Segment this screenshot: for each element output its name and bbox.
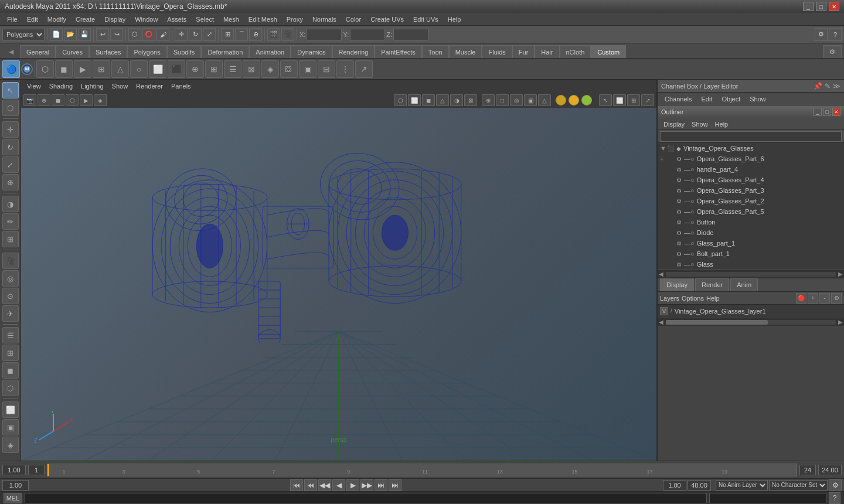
vp-select-1[interactable]: ⬡ [394, 94, 407, 106]
shelf-tab-fur[interactable]: Fur [512, 45, 535, 58]
shelf-tab-toon[interactable]: Toon [422, 45, 449, 58]
outliner-item-2[interactable]: + ⚙ —○ Opera_Glasses_Part_4 [658, 175, 844, 185]
menu-proxy[interactable]: Proxy [282, 13, 308, 26]
vp-pan-zoom[interactable]: ⊕ [38, 94, 50, 106]
ch-tab-channels[interactable]: Channels [660, 93, 696, 105]
pb-go-start[interactable]: ⏮ [290, 479, 303, 491]
time-end-input[interactable] [799, 465, 816, 475]
camera-orbit[interactable]: 🎥 [2, 253, 19, 269]
toolbar-select[interactable]: ⬡ [128, 28, 141, 41]
vp-btn-d[interactable]: ▣ [524, 94, 537, 106]
outliner-item-0[interactable]: + ⚙ —○ Opera_Glasses_Part_6 [658, 154, 844, 164]
layer-btn-1[interactable]: ☰ [2, 327, 19, 343]
vp-cycle[interactable]: ◼ [52, 94, 64, 106]
shelf-icon-2[interactable]: ◼ [55, 60, 73, 78]
menu-edit-mesh[interactable]: Edit Mesh [244, 13, 282, 26]
status-help[interactable]: ? [829, 492, 840, 504]
mel-input[interactable] [25, 493, 707, 503]
outliner-item-7[interactable]: + ⚙ —○ Diode [658, 227, 844, 238]
options-label[interactable]: Options [682, 295, 704, 302]
layer-btn-2[interactable]: ⊞ [2, 345, 19, 361]
vp-smooth[interactable]: ▶ [80, 94, 93, 106]
mode-select[interactable]: Polygons [2, 29, 45, 40]
char-set-select[interactable]: No Character Set [769, 480, 828, 491]
menu-file[interactable]: File [2, 13, 22, 26]
3d-model-area[interactable]: persp X Y Z [21, 108, 656, 461]
outliner-item-3[interactable]: + ⚙ —○ Opera_Glasses_Part_3 [658, 185, 844, 196]
select-tool[interactable]: ↖ [2, 82, 19, 98]
ch-tab-object[interactable]: Object [717, 93, 745, 105]
layers-label[interactable]: Layers [660, 295, 679, 302]
outliner-item-root[interactable]: ▼ ⬛ ◆ Vintage_Opera_Glasses [658, 143, 844, 154]
layer-scroll-right[interactable]: ▶ [838, 319, 843, 325]
vp-light-1[interactable] [556, 95, 566, 105]
paint-select[interactable]: ⬡ [2, 100, 19, 116]
shelf-tab-subdifs[interactable]: Subdifs [167, 45, 202, 58]
menu-modify[interactable]: Modify [43, 13, 71, 26]
toolbar-save[interactable]: 💾 [78, 28, 91, 41]
vp-cursor[interactable]: ↖ [599, 94, 612, 106]
layer-icon-3[interactable]: - [819, 293, 830, 304]
shelf-icon-16[interactable]: ⊟ [318, 60, 335, 78]
shelf-tab-dynamics[interactable]: Dynamics [291, 45, 332, 58]
tab-anim[interactable]: Anim [730, 278, 758, 291]
vp-default[interactable]: ◈ [94, 94, 107, 106]
pb-next-key[interactable]: ⏭ [375, 479, 387, 491]
shelf-icon-15[interactable]: ▣ [299, 60, 316, 78]
shelf-tab-general[interactable]: General [20, 45, 56, 58]
outliner-item-6[interactable]: + ⚙ —○ Button [658, 217, 844, 227]
menu-create-uvs[interactable]: Create UVs [366, 13, 409, 26]
show-manip[interactable]: ⊞ [2, 231, 19, 247]
outliner-menu-show[interactable]: Show [688, 121, 712, 128]
shelf-tab-painteffects[interactable]: PaintEffects [375, 45, 422, 58]
viewport-menu-lighting[interactable]: Lighting [77, 83, 107, 90]
maximize-button[interactable]: □ [816, 2, 826, 11]
pb-prev-frame[interactable]: ◀◀ [318, 479, 331, 491]
pb-play-fwd[interactable]: ▶ [346, 479, 359, 491]
viewport-panel[interactable]: View Shading Lighting Show Renderer Pane… [21, 80, 656, 461]
vp-btn-b[interactable]: □ [496, 94, 509, 106]
camera-dolly[interactable]: ⊙ [2, 288, 19, 304]
vp-layout-1[interactable]: ⬜ [613, 94, 626, 106]
misc-btn-2[interactable]: ▣ [2, 419, 19, 435]
z-input[interactable] [393, 29, 428, 40]
pb-preferences[interactable]: ⚙ [829, 479, 842, 491]
layer-visible-toggle[interactable]: V [660, 307, 668, 315]
ch-tab-edit[interactable]: Edit [696, 93, 717, 105]
toolbar-scale[interactable]: ⤢ [203, 28, 216, 41]
shelf-tab-curves[interactable]: Curves [56, 45, 89, 58]
shelf-tab-animation[interactable]: Animation [249, 45, 291, 58]
toolbar-new[interactable]: 📄 [50, 28, 63, 41]
time-end-full[interactable] [818, 465, 842, 475]
pb-prev-key[interactable]: ⏮ [304, 479, 317, 491]
toolbar-rotate[interactable]: ↻ [189, 28, 202, 41]
vp-btn-c[interactable]: ◎ [510, 94, 523, 106]
pb-go-end[interactable]: ⏭ [389, 479, 401, 491]
tab-render[interactable]: Render [695, 278, 729, 291]
outliner-search-input[interactable] [660, 131, 842, 142]
menu-mesh[interactable]: Mesh [219, 13, 244, 26]
shelf-tab-ncloth[interactable]: nCloth [560, 45, 591, 58]
scale-tool[interactable]: ⤢ [2, 156, 19, 173]
misc-btn-1[interactable]: ⬜ [2, 401, 19, 418]
toolbar-snap-curve[interactable]: ⌒ [235, 28, 248, 41]
y-input[interactable] [350, 29, 385, 40]
current-time-input[interactable] [2, 480, 29, 491]
layer-icon-2[interactable]: + [808, 293, 818, 304]
outliner-item-5[interactable]: + ⚙ —○ Opera_Glasses_Part_5 [658, 206, 844, 217]
outliner-menu-display[interactable]: Display [660, 121, 688, 128]
menu-normals[interactable]: Normals [308, 13, 341, 26]
pb-next-frame[interactable]: ▶▶ [360, 479, 373, 491]
universal-tool[interactable]: ⊕ [2, 174, 19, 190]
layer-icon-1[interactable]: 🔴 [796, 293, 806, 304]
menu-window[interactable]: Window [130, 13, 162, 26]
outliner-minimize[interactable]: _ [814, 108, 822, 116]
shelf-icon-9[interactable]: ⊕ [186, 60, 204, 78]
vp-select-2[interactable]: ⬜ [408, 94, 421, 106]
viewport-menu-shading[interactable]: Shading [46, 83, 76, 90]
shelf-settings[interactable]: ⚙ [823, 45, 842, 58]
outliner-expand-0[interactable]: + [660, 155, 667, 162]
toolbar-snap-grid[interactable]: ⊞ [221, 28, 234, 41]
outliner-item-9[interactable]: + ⚙ —○ Bolt_part_1 [658, 248, 844, 259]
layer-item-1[interactable]: V / Vintage_Opera_Glasses_layer1 [658, 305, 844, 318]
